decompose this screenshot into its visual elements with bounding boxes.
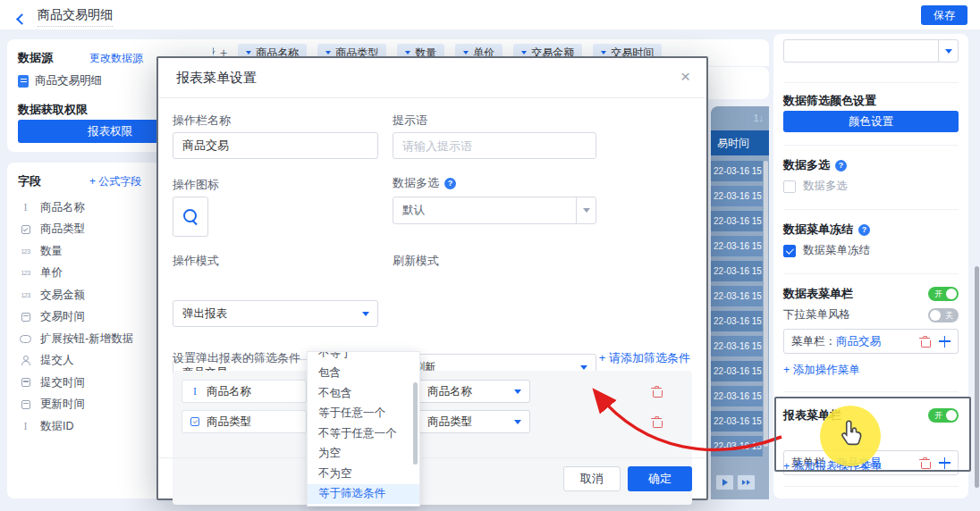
toggle-on[interactable]: 开: [928, 287, 959, 301]
text-icon: I: [18, 420, 33, 433]
divider: [783, 486, 959, 487]
column-scrollbar[interactable]: [764, 161, 768, 447]
table-row[interactable]: 22-03-16 15:: [711, 286, 763, 306]
move-icon[interactable]: [939, 336, 950, 348]
dialog-footer: 取消 确定: [158, 457, 706, 498]
action-icon-label: 操作图标: [173, 177, 219, 193]
action-name-input[interactable]: [173, 132, 378, 159]
checkbox-unchecked[interactable]: [783, 180, 796, 193]
dropdown-option[interactable]: 包含: [308, 364, 419, 384]
dropdown-option[interactable]: 等于任意一个: [308, 404, 419, 424]
data-menu-bar-row: 数据表菜单栏 开: [783, 286, 959, 302]
table-row[interactable]: 22-03-16 15:: [711, 336, 763, 356]
delete-filter-icon[interactable]: [651, 416, 662, 428]
grid-subtoolbar: [697, 67, 769, 99]
table-row[interactable]: 22-03-16 15:: [711, 261, 763, 281]
menu-freeze-checkbox-row[interactable]: 数据菜单冻结: [783, 243, 870, 258]
help-icon[interactable]: ?: [444, 178, 456, 189]
delete-filter-icon[interactable]: [651, 386, 662, 398]
help-icon[interactable]: ?: [858, 224, 870, 236]
tip-label: 提示语: [393, 113, 427, 129]
filter-color-label: 数据筛选颜色设置: [783, 93, 876, 109]
dropdown-option[interactable]: 不包含: [308, 383, 419, 404]
back-icon[interactable]: [18, 11, 26, 27]
filter-value-select[interactable]: 商品类型: [418, 410, 530, 433]
next-page-button[interactable]: [715, 474, 734, 490]
tip-input[interactable]: [393, 132, 596, 159]
help-icon[interactable]: ?: [835, 160, 847, 172]
table-row[interactable]: 22-03-16 15:: [711, 411, 763, 431]
page-title: 商品交易明细: [38, 7, 113, 27]
page-scrollbar[interactable]: [975, 266, 979, 488]
select-arrow-button[interactable]: [938, 40, 958, 62]
filter-field-chip[interactable]: 商品类型: [182, 410, 307, 433]
action-mode-select[interactable]: 弹出报表: [173, 300, 378, 327]
filter-row: 商品类型 商品类型: [182, 410, 683, 433]
dropdown-option-selected[interactable]: 等于筛选条件: [308, 484, 419, 505]
cancel-button[interactable]: 取消: [563, 466, 621, 491]
calendar-icon: [18, 378, 33, 387]
table-row[interactable]: 22-03-16 15:: [711, 436, 763, 457]
table-row[interactable]: 22-03-16 15:: [711, 236, 763, 256]
filter-value-select[interactable]: 商品名称: [418, 380, 530, 403]
last-page-button[interactable]: [737, 474, 756, 490]
dropdown-option[interactable]: 不等于: [308, 351, 419, 364]
color-settings-button[interactable]: 颜色设置: [783, 111, 959, 132]
table-row[interactable]: 22-03-16 15:: [711, 186, 763, 206]
divider: [783, 273, 959, 274]
add-formula-field-link[interactable]: + 公式字段: [89, 174, 141, 189]
chevron-down-icon: [521, 51, 527, 54]
multi-select-checkbox-row[interactable]: 数据多选: [783, 179, 848, 194]
toggle-on[interactable]: 开: [928, 408, 959, 423]
close-icon[interactable]: ×: [680, 67, 690, 87]
calendar-icon: [18, 400, 33, 409]
table-row[interactable]: 22-03-16 15:: [711, 311, 763, 331]
chevron-down-icon: [601, 51, 606, 54]
text-icon: I: [190, 385, 200, 398]
fields-label: 字段: [18, 173, 41, 189]
timestamp-rows: 22-03-16 15: 22-03-16 15: 22-03-16 15: 2…: [711, 161, 763, 461]
add-report-menu-link[interactable]: + 添加报表操作菜单: [783, 459, 883, 474]
divider: [783, 145, 959, 146]
action-name-label: 操作栏名称: [173, 113, 231, 129]
dropdown-option[interactable]: 不等于任意一个: [308, 423, 419, 444]
datasource-label: 数据源: [18, 50, 53, 66]
confirm-button[interactable]: 确定: [628, 466, 692, 491]
filter-row: I商品名称 等于筛选条件 商品名称: [182, 380, 683, 403]
sort-indicator[interactable]: 1↓: [753, 113, 764, 123]
select-arrow-button[interactable]: [576, 197, 596, 223]
button-icon: [18, 335, 33, 343]
add-filter-condition-link[interactable]: + 请添加筛选条件: [599, 350, 690, 366]
table-row[interactable]: 22-03-16 15:: [711, 211, 763, 231]
toggle-off[interactable]: 关: [928, 308, 959, 323]
chevron-down-icon: [514, 390, 521, 394]
user-icon: [18, 356, 33, 365]
table-row[interactable]: 22-03-16 15:: [711, 361, 763, 381]
hand-cursor-icon: [839, 418, 866, 450]
trash-icon[interactable]: [919, 336, 930, 348]
calendar-icon: [18, 313, 33, 322]
datasource-item[interactable]: 商品交易明细: [18, 73, 102, 88]
dialog-header: 报表菜单设置 ×: [158, 58, 706, 98]
frozen-column-header[interactable]: 易时间: [711, 130, 769, 155]
dropdown-scrollbar[interactable]: [413, 382, 418, 465]
table-row[interactable]: 22-03-16 15:: [711, 161, 763, 181]
dropdown-option[interactable]: 为空: [308, 444, 419, 465]
checkbox-checked[interactable]: [783, 245, 796, 257]
move-icon[interactable]: [939, 457, 950, 469]
change-datasource-link[interactable]: 更改数据源: [89, 51, 143, 66]
trash-icon[interactable]: [919, 457, 930, 469]
filter-field-chip[interactable]: I商品名称: [182, 380, 307, 403]
top-select[interactable]: [783, 39, 959, 63]
multi-select-section-label: 数据多选?: [783, 157, 847, 173]
action-icon-box[interactable]: [173, 197, 208, 237]
file-icon: [18, 75, 29, 88]
menu-bar-item[interactable]: 菜单栏：商品交易: [783, 329, 959, 354]
dropdown-option[interactable]: 不为空: [308, 464, 419, 484]
add-action-menu-link[interactable]: + 添加操作菜单: [783, 363, 860, 378]
text-icon: I: [18, 201, 33, 214]
table-row[interactable]: 22-03-16 15:: [711, 386, 763, 406]
save-button[interactable]: 保存: [921, 5, 967, 25]
multi-select-dropdown[interactable]: 默认: [393, 197, 596, 224]
play-icon: [722, 479, 728, 486]
